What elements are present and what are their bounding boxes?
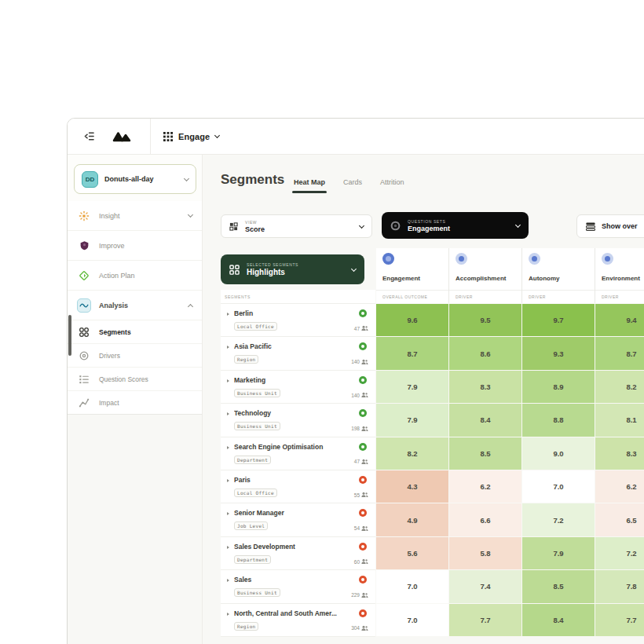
- score-cell[interactable]: 6.2: [595, 470, 644, 503]
- score-cell[interactable]: 8.7: [595, 337, 644, 369]
- segment-type-tag: Region: [234, 355, 258, 364]
- expand-caret-icon: [227, 379, 229, 382]
- score-cell[interactable]: 7.7: [449, 604, 521, 636]
- segment-row-technology[interactable]: TechnologyBusiness Unit198: [221, 404, 375, 437]
- score-cell[interactable]: 6.2: [449, 470, 521, 503]
- segment-type-tag: Department: [234, 456, 271, 464]
- score-cell[interactable]: 8.8: [522, 404, 595, 436]
- score-cell[interactable]: 9.5: [449, 304, 521, 336]
- score-cell[interactable]: 8.7: [376, 337, 448, 369]
- score-cell[interactable]: 9.7: [522, 304, 595, 336]
- workspace-selector[interactable]: DD Donuts-all-day: [74, 164, 196, 194]
- main-content: Segments Heat MapCardsAttrition VIEW Sco…: [203, 155, 644, 644]
- segment-row-search-engine-optimisation[interactable]: Search Engine OptimisationDepartment47: [221, 437, 375, 470]
- count-value: 198: [351, 426, 360, 431]
- score-cell[interactable]: 8.2: [376, 437, 448, 470]
- segment-name: Technology: [234, 409, 355, 417]
- selected-segments-label: SELECTED SEGMENTS: [247, 262, 352, 267]
- score-cell[interactable]: 8.2: [595, 371, 644, 403]
- score-cell[interactable]: 9.6: [376, 304, 448, 336]
- sidebar-item-drivers[interactable]: Drivers: [68, 344, 202, 368]
- score-cell[interactable]: 6.6: [449, 503, 521, 536]
- score-cell[interactable]: 7.0: [522, 470, 595, 503]
- score-cell[interactable]: 8.3: [595, 437, 644, 470]
- score-cell[interactable]: 7.7: [595, 604, 644, 636]
- score-cell[interactable]: 8.3: [449, 371, 521, 403]
- score-cell[interactable]: 7.0: [376, 604, 448, 636]
- segment-row-sales-development[interactable]: Sales DevelopmentDepartment60: [221, 537, 375, 570]
- score-cell[interactable]: 6.5: [595, 503, 644, 536]
- heatmap-grid: 9.69.59.79.48.78.69.38.77.98.38.98.27.98…: [376, 304, 644, 637]
- score-cell[interactable]: 8.4: [449, 404, 521, 436]
- column-header-autonomy[interactable]: AutonomyDRIVER: [522, 248, 595, 303]
- tab-heat-map[interactable]: Heat Map: [294, 178, 325, 193]
- sidebar-item-impact[interactable]: Impact: [68, 391, 202, 415]
- score-cell[interactable]: 5.6: [376, 537, 448, 569]
- score-cell[interactable]: 9.4: [595, 304, 644, 336]
- tab-attrition[interactable]: Attrition: [380, 178, 404, 193]
- column-header-accomplishment[interactable]: AccomplishmentDRIVER: [449, 248, 521, 303]
- segment-type-tag: Region: [234, 622, 258, 631]
- show-overlay-label: Show over: [602, 222, 638, 230]
- score-cell[interactable]: 7.2: [522, 503, 595, 536]
- score-cell[interactable]: 9.0: [522, 437, 595, 470]
- people-icon: [361, 325, 368, 331]
- chevron-down-icon: [359, 222, 364, 228]
- question-sets-dropdown[interactable]: QUESTION SETS Engagement: [382, 212, 529, 239]
- brand-logo-icon[interactable]: [111, 130, 133, 143]
- segment-row-marketing[interactable]: MarketingBusiness Unit140: [221, 371, 375, 404]
- sidebar-item-question-scores[interactable]: Question Scores: [68, 368, 202, 391]
- column-header-engagement[interactable]: EngagementOVERALL OUTCOME: [376, 248, 448, 303]
- score-cell[interactable]: 8.5: [522, 570, 595, 602]
- show-overlay-button[interactable]: Show over: [576, 214, 644, 238]
- sidebar-scrollbar[interactable]: [68, 315, 71, 356]
- apps-grid-icon: [163, 132, 173, 141]
- selected-segments-dropdown[interactable]: SELECTED SEGMENTS Highlights: [221, 254, 364, 284]
- segment-row-north-central-and-south-amer[interactable]: North, Central and South Amer...Region30…: [221, 604, 375, 637]
- segment-type-tag: Job Level: [234, 521, 268, 530]
- count-value: 304: [351, 625, 360, 631]
- score-cell[interactable]: 7.9: [376, 371, 448, 403]
- sidebar-item-improve[interactable]: Improve: [68, 231, 202, 261]
- sidebar-item-label: Segments: [99, 328, 192, 336]
- score-cell[interactable]: 7.0: [376, 570, 448, 602]
- segment-row-sales[interactable]: SalesBusiness Unit229: [221, 570, 375, 603]
- score-cell[interactable]: 8.6: [449, 337, 521, 369]
- segment-row-senior-manager[interactable]: Senior ManagerJob Level54: [221, 503, 375, 536]
- score-cell[interactable]: 7.2: [595, 537, 644, 569]
- tab-cards[interactable]: Cards: [343, 178, 362, 193]
- collapse-sidebar-icon[interactable]: [83, 130, 95, 142]
- sidebar-item-insight[interactable]: Insight: [68, 201, 202, 231]
- score-cell[interactable]: 7.4: [449, 570, 521, 602]
- score-cell[interactable]: 8.9: [522, 371, 595, 403]
- score-cell[interactable]: 4.9: [376, 503, 448, 536]
- score-cell[interactable]: 7.9: [522, 537, 595, 569]
- topbar-divider: [150, 119, 151, 154]
- sidebar-item-analysis[interactable]: Analysis: [68, 291, 202, 320]
- segment-row-paris[interactable]: ParisLocal Office55: [221, 470, 375, 503]
- score-cell[interactable]: 7.9: [376, 404, 448, 436]
- segment-count: 140: [351, 392, 368, 398]
- score-cell[interactable]: 9.3: [522, 337, 595, 369]
- score-cell[interactable]: 7.8: [595, 570, 644, 602]
- expand-caret-icon: [227, 613, 229, 616]
- sidebar-item-action-plan[interactable]: Action Plan: [68, 261, 202, 291]
- score-cell[interactable]: 8.4: [522, 604, 595, 636]
- sidebar-item-segments[interactable]: Segments: [68, 320, 202, 344]
- view-dropdown[interactable]: VIEW Score: [221, 214, 372, 238]
- people-icon: [361, 459, 368, 465]
- app-switcher[interactable]: Engage: [163, 132, 219, 141]
- heatmap-row-marketing: 7.98.38.98.2: [376, 371, 644, 403]
- score-cell[interactable]: 8.5: [449, 437, 521, 470]
- expand-caret-icon: [227, 412, 229, 415]
- score-cell[interactable]: 4.3: [376, 470, 448, 503]
- score-cell[interactable]: 8.1: [595, 404, 644, 436]
- score-cell[interactable]: 5.8: [449, 537, 521, 569]
- column-header-environment[interactable]: EnvironmentDRIVER: [595, 248, 644, 303]
- segment-row-asia-pacific[interactable]: Asia PacificRegion140: [221, 337, 375, 370]
- segment-row-berlin[interactable]: BerlinLocal Office47: [221, 304, 375, 337]
- people-icon: [361, 359, 368, 365]
- chevron-down-icon: [188, 212, 193, 218]
- impact-chart-icon: [77, 396, 91, 410]
- sun-icon: [77, 209, 91, 223]
